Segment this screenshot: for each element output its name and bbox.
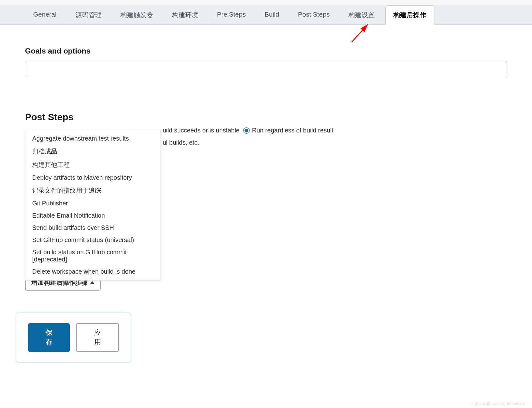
tab-build-settings[interactable]: 构建设置 [340,5,383,25]
annotation-arrow-tab [350,22,375,44]
add-post-build-menu: Aggregate downstream test results 归档成品 构… [25,130,161,281]
post-steps-radio-row: uild succeeds or is unstable Run regardl… [163,127,507,134]
menu-aggregate-tests[interactable]: Aggregate downstream test results [25,132,160,145]
radio-run-regardless[interactable]: Run regardless of build result [243,127,333,134]
content-area: Goals and options Post Steps uild succee… [0,25,532,297]
menu-email-notification[interactable]: Editable Email Notification [25,209,160,222]
menu-fingerprint[interactable]: 记录文件的指纹用于追踪 [25,184,160,197]
menu-archive-artifacts[interactable]: 归档成品 [25,145,160,158]
menu-git-publisher[interactable]: Git Publisher [25,197,160,209]
radio-opt2-partial: uild succeeds or is unstable [163,127,240,134]
menu-build-other[interactable]: 构建其他工程 [25,158,160,172]
menu-github-status[interactable]: Set GitHub commit status (universal) [25,234,160,246]
radio-run-regardless-label: Run regardless of build result [252,127,333,134]
tab-general[interactable]: General [25,5,65,25]
radio-run-regardless-input[interactable] [243,127,250,134]
post-steps-title: Post Steps [25,112,507,122]
menu-deploy-maven[interactable]: Deploy artifacts to Maven repository [25,172,160,184]
menu-github-status-deprecated[interactable]: Set build status on GitHub commit [depre… [25,246,160,266]
tab-post-build-actions[interactable]: 构建后操作 [385,5,434,25]
svg-line-0 [352,25,367,42]
footer-actions: 保存 应用 [16,312,131,363]
caret-up-icon [90,281,94,284]
tab-triggers[interactable]: 构建触发器 [112,5,161,25]
tab-build[interactable]: Build [256,5,287,25]
menu-send-ssh[interactable]: Send build artifacts over SSH [25,222,160,234]
goals-label: Goals and options [25,47,507,55]
tab-build-env[interactable]: 构建环境 [164,5,206,25]
apply-button[interactable]: 应用 [76,323,119,352]
tab-pre-steps[interactable]: Pre Steps [209,5,254,25]
tab-post-steps[interactable]: Post Steps [290,5,338,25]
config-tabs: General 源码管理 构建触发器 构建环境 Pre Steps Build … [0,5,532,25]
tab-scm[interactable]: 源码管理 [67,5,110,25]
menu-delete-workspace[interactable]: Delete workspace when build is done [25,266,160,278]
save-button[interactable]: 保存 [28,323,70,352]
goals-input[interactable] [25,61,507,77]
post-steps-help: ul builds, etc. [163,139,507,146]
